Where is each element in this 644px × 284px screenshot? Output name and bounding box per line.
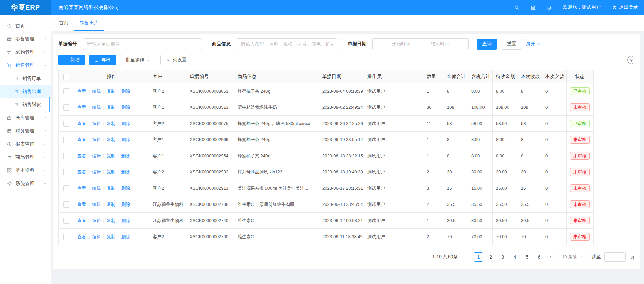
view-link[interactable]: 查看 — [77, 169, 86, 175]
date-range-input[interactable]: 开始时间 ~ 结束时间 — [372, 38, 469, 50]
expand-link[interactable]: 展开 — [526, 41, 540, 47]
edit-link[interactable]: 编辑 — [92, 121, 101, 126]
delete-link[interactable]: 删除 — [121, 186, 130, 191]
copy-link[interactable]: 复制 — [107, 234, 115, 239]
view-link[interactable]: 查看 — [77, 105, 86, 110]
jump-page-input[interactable] — [604, 252, 626, 262]
edit-link[interactable]: 编辑 — [92, 105, 101, 110]
copy-link[interactable]: 复制 — [107, 169, 115, 175]
help-icon[interactable]: ? — [627, 56, 635, 64]
page-button-2[interactable]: 2 — [486, 252, 495, 262]
edit-link[interactable]: 编辑 — [92, 234, 101, 239]
sidebar-scrollbar-thumb[interactable] — [49, 97, 50, 112]
page-button-3[interactable]: 3 — [498, 252, 507, 262]
row-checkbox[interactable] — [63, 121, 69, 127]
view-link[interactable]: 查看 — [77, 153, 86, 158]
sidebar-item-sales-order[interactable]: 销售订单 — [0, 72, 51, 85]
page-button-1[interactable]: 1 — [474, 252, 483, 262]
row-checkbox[interactable] — [63, 218, 69, 224]
view-link[interactable]: 查看 — [77, 234, 86, 239]
edit-link[interactable]: 编辑 — [92, 153, 101, 158]
row-checkbox[interactable] — [63, 234, 69, 240]
search-icon[interactable] — [514, 4, 520, 10]
column-header-5: 操作员 — [364, 70, 423, 83]
batch-actions-button[interactable]: 批量操作 — [120, 55, 156, 65]
column-settings-button[interactable]: 列设置 — [160, 55, 192, 65]
copy-link[interactable]: 复制 — [107, 137, 115, 142]
delete-link[interactable]: 删除 — [121, 137, 130, 142]
sidebar-item-retail[interactable]: 零售管理 — [0, 32, 51, 45]
view-link[interactable]: 查看 — [77, 202, 86, 207]
edit-link[interactable]: 编辑 — [92, 218, 101, 223]
cell-received: 8 — [517, 148, 542, 164]
cell-total: 70 — [443, 229, 468, 245]
delete-link[interactable]: 删除 — [121, 202, 130, 207]
search-button[interactable]: 查询 — [477, 39, 497, 50]
edit-link[interactable]: 编辑 — [92, 169, 101, 175]
sidebar-item-sales-outbound[interactable]: 销售出库 — [0, 85, 51, 98]
edit-link[interactable]: 编辑 — [92, 202, 101, 207]
sidebar-item-warehouse[interactable]: 仓库管理 — [0, 111, 51, 124]
page-button-4[interactable]: 4 — [510, 252, 520, 262]
link-divider: | — [118, 105, 119, 110]
cell-receivable: 35.50 — [493, 196, 517, 213]
copy-link[interactable]: 复制 — [107, 202, 115, 207]
row-checkbox[interactable] — [63, 153, 69, 159]
copy-link[interactable]: 复制 — [107, 153, 115, 158]
link-divider: | — [103, 153, 104, 158]
link-divider: | — [103, 234, 104, 239]
page-button-5[interactable]: 5 — [522, 252, 532, 262]
sidebar-item-home[interactable]: 首页 — [0, 19, 51, 32]
select-all-checkbox[interactable] — [63, 74, 69, 80]
delete-link[interactable]: 删除 — [121, 169, 130, 175]
product-info-input[interactable] — [237, 38, 337, 50]
sidebar-item-report[interactable]: 报表查询 — [0, 137, 51, 151]
platform-icon[interactable] — [530, 4, 536, 10]
row-checkbox[interactable] — [63, 137, 69, 143]
sidebar-item-system[interactable]: 系统管理 — [0, 177, 51, 190]
view-link[interactable]: 查看 — [77, 89, 86, 94]
edit-link[interactable]: 编辑 — [92, 89, 101, 94]
export-button[interactable]: 导出 — [89, 55, 116, 65]
next-page-button[interactable] — [546, 252, 554, 262]
row-checkbox[interactable] — [63, 104, 69, 111]
page-button-6[interactable]: 6 — [534, 252, 544, 262]
delete-link[interactable]: 删除 — [121, 121, 130, 126]
delete-link[interactable]: 删除 — [121, 234, 130, 239]
delete-link[interactable]: 删除 — [121, 89, 130, 94]
cell-date: 2023-06-26 22:25:26 — [319, 116, 364, 132]
copy-link[interactable]: 复制 — [107, 186, 115, 191]
row-checkbox[interactable] — [63, 88, 69, 94]
copy-link[interactable]: 复制 — [107, 218, 115, 223]
edit-link[interactable]: 编辑 — [92, 137, 101, 142]
view-link[interactable]: 查看 — [77, 137, 86, 142]
tab-home[interactable]: 首页 — [53, 15, 74, 31]
edit-link[interactable]: 编辑 — [92, 186, 101, 191]
row-checkbox[interactable] — [63, 169, 69, 175]
view-link[interactable]: 查看 — [77, 186, 86, 191]
view-link[interactable]: 查看 — [77, 121, 86, 126]
row-checkbox[interactable] — [63, 201, 69, 208]
bill-no-input[interactable] — [83, 38, 202, 50]
copy-link[interactable]: 复制 — [107, 105, 115, 110]
copy-link[interactable]: 复制 — [107, 89, 115, 94]
copy-link[interactable]: 复制 — [107, 121, 115, 126]
notification-bell-icon[interactable] — [546, 4, 552, 10]
tab-sales-outbound[interactable]: 销售出库 — [74, 15, 104, 31]
page-size-select[interactable]: 10 条/页 — [559, 252, 587, 262]
sidebar-item-finance[interactable]: 财务管理 — [0, 124, 51, 137]
row-checkbox[interactable] — [63, 185, 69, 191]
sidebar-item-goods[interactable]: 商品管理 — [0, 151, 51, 164]
sidebar-item-purchase[interactable]: 采购管理 — [0, 45, 51, 59]
sidebar-item-sales-return[interactable]: 销售退货 — [0, 98, 51, 111]
prev-page-button[interactable] — [463, 252, 471, 262]
sidebar-item-basic-data[interactable]: 基本资料 — [0, 164, 51, 177]
delete-link[interactable]: 删除 — [121, 105, 130, 110]
delete-link[interactable]: 删除 — [121, 153, 130, 158]
delete-link[interactable]: 删除 — [121, 218, 130, 223]
view-link[interactable]: 查看 — [77, 218, 86, 223]
reset-button[interactable]: 重置 — [502, 39, 522, 50]
sidebar-item-sales[interactable]: 销售管理 — [0, 59, 51, 72]
logout-button[interactable]: 退出登录 — [612, 4, 638, 10]
add-button[interactable]: 新增 — [58, 55, 85, 65]
